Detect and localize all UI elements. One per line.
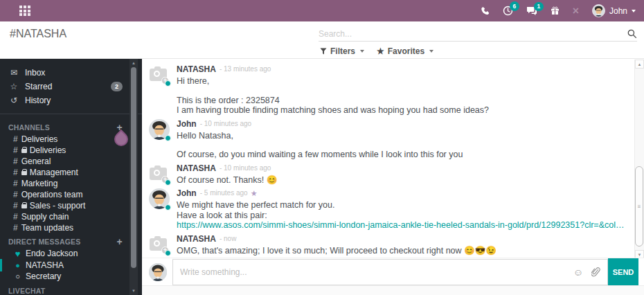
- channel-item-team-updates[interactable]: # Team updates: [0, 222, 142, 233]
- message-author[interactable]: John: [177, 119, 197, 129]
- dm-item-secretary[interactable]: ○ Secretary: [0, 271, 142, 283]
- starred-count-badge: 2: [111, 82, 123, 91]
- channel-item-operations-team[interactable]: # Operations team: [0, 189, 142, 200]
- user-avatar: [149, 263, 167, 281]
- messages-badge: 1: [534, 2, 544, 12]
- message-author[interactable]: John: [177, 188, 197, 198]
- dm-title: DIRECT MESSAGES: [8, 238, 81, 246]
- favorites-dropdown[interactable]: ★ Favorites: [377, 46, 433, 56]
- user-menu[interactable]: John: [592, 4, 636, 17]
- apps-menu-icon[interactable]: [19, 6, 30, 16]
- sidebar-item-history[interactable]: ↺ History: [0, 93, 142, 107]
- message-timestamp: - 13 minutes ago: [220, 64, 271, 74]
- filters-dropdown[interactable]: Filters: [320, 46, 364, 56]
- user-avatar: [592, 4, 605, 17]
- channel-label: Team updates: [21, 223, 73, 233]
- chat-scrollbar[interactable]: ▲ ≡ ▼: [634, 60, 644, 259]
- channel-label: General: [21, 157, 51, 166]
- starred-icon[interactable]: ★: [251, 188, 258, 198]
- dm-section-header: DIRECT MESSAGES +: [0, 235, 142, 248]
- close-button[interactable]: ×: [573, 6, 579, 17]
- natasha-avatar: [149, 234, 170, 255]
- hash-icon: #: [13, 201, 18, 211]
- gift-button[interactable]: [551, 6, 560, 15]
- hash-icon: #: [13, 179, 18, 188]
- emoji-icon[interactable]: ☺: [573, 267, 583, 277]
- scroll-up-icon[interactable]: ▲: [635, 60, 644, 69]
- hash-icon: #: [13, 223, 18, 233]
- hash-icon: #: [13, 157, 18, 166]
- gift-icon: [551, 6, 560, 15]
- dm-label: Secretary: [26, 271, 61, 281]
- channels-title: CHANNELS: [8, 123, 50, 132]
- scroll-down-icon[interactable]: ▼: [129, 287, 138, 295]
- natasha-avatar: [149, 64, 170, 85]
- chevron-down-icon: [429, 50, 433, 53]
- top-navbar: 6 1 × John: [0, 0, 644, 21]
- chat-message: NATASHA - 13 minutes ago Hi there, This …: [149, 64, 626, 116]
- sidebar-item-starred[interactable]: ☆ Starred 2: [0, 80, 142, 93]
- channel-label: Marketing: [21, 179, 58, 188]
- star-icon: ★: [377, 46, 384, 56]
- channel-label: Deliveries: [21, 134, 58, 144]
- hash-icon: #: [13, 134, 18, 144]
- online-status-icon: ●: [13, 261, 22, 269]
- livechat-section-header: LIVECHAT: [0, 285, 142, 295]
- message-text: [177, 87, 626, 96]
- chat-message: NATASHA - now OMG, that's amazing; I lov…: [149, 234, 626, 256]
- message-text: Of course not. Thanks! 😊: [177, 175, 626, 186]
- hash-icon: #: [13, 168, 18, 177]
- message-text: I am having trouble finding matching sho…: [177, 105, 626, 116]
- john-avatar: [149, 188, 170, 209]
- hash-icon: #: [13, 212, 18, 222]
- message-timestamp: - 10 minutes ago: [220, 163, 271, 173]
- sidebar-item-inbox[interactable]: ✉ Inbox: [0, 66, 142, 80]
- channel-item-general[interactable]: # General: [0, 156, 142, 167]
- add-dm-button[interactable]: +: [117, 237, 123, 247]
- messages-button[interactable]: 1: [526, 6, 537, 16]
- livechat-title: LIVECHAT: [8, 287, 45, 295]
- dm-item-endo-jackson[interactable]: ♥ Endo Jackson: [0, 248, 142, 260]
- message-text: Hello Natasha,: [177, 131, 626, 141]
- search-icon[interactable]: [627, 29, 637, 39]
- footer-strip: [142, 285, 644, 295]
- chevron-down-icon: [360, 50, 364, 53]
- message-timestamp: - now: [220, 234, 236, 244]
- filter-toolbar: Filters ★ Favorites: [320, 46, 433, 56]
- scrollbar-thumb[interactable]: [131, 67, 136, 268]
- scroll-up-icon[interactable]: ▲: [129, 59, 138, 67]
- dm-label: NATASHA: [26, 260, 64, 270]
- send-button[interactable]: SEND: [608, 258, 638, 286]
- chevron-down-icon: [632, 10, 636, 12]
- product-link[interactable]: https://www.asos.com/simmi-shoes/simmi-l…: [177, 220, 626, 231]
- online-dot: [165, 204, 171, 211]
- favorites-label: Favorites: [388, 46, 424, 56]
- message-text: OMG, that's amazing; I love it so much; …: [177, 246, 626, 256]
- scrollbar-thumb[interactable]: ≡: [635, 166, 643, 247]
- message-list: NATASHA - 13 minutes ago Hi there, This …: [142, 59, 634, 259]
- lock-icon: [21, 204, 27, 208]
- message-timestamp: - 10 minutes ago: [200, 119, 252, 129]
- channel-item-supply-chain[interactable]: # Supply chain: [0, 211, 142, 222]
- online-dot: [165, 80, 171, 87]
- activities-button[interactable]: 6: [503, 6, 513, 16]
- message-text: Of course, do you mind waiting a few mom…: [177, 150, 626, 160]
- message-author[interactable]: NATASHA: [177, 234, 216, 244]
- channel-item-management[interactable]: # Management: [0, 167, 142, 178]
- attachment-icon[interactable]: [591, 267, 600, 277]
- message-text: Hi there,: [177, 76, 626, 87]
- phone-button[interactable]: [481, 6, 490, 15]
- message-timestamp: - 5 minutes ago: [200, 188, 248, 198]
- search-input[interactable]: [319, 29, 627, 39]
- channel-label: Management: [30, 168, 78, 177]
- message-author[interactable]: NATASHA: [177, 64, 216, 74]
- channel-item-marketing[interactable]: # Marketing: [0, 178, 142, 189]
- message-text: This is the order : 2325874: [177, 96, 626, 106]
- online-dot: [165, 250, 171, 256]
- page-title: #NATASHA: [10, 28, 66, 40]
- message-input[interactable]: [180, 267, 565, 277]
- sidebar-scrollbar[interactable]: ▲ ▼: [129, 59, 138, 295]
- message-author[interactable]: NATASHA: [177, 163, 216, 173]
- dm-item-natasha[interactable]: ● NATASHA: [0, 260, 142, 271]
- channel-item-sales-support[interactable]: # Sales - support: [0, 200, 142, 211]
